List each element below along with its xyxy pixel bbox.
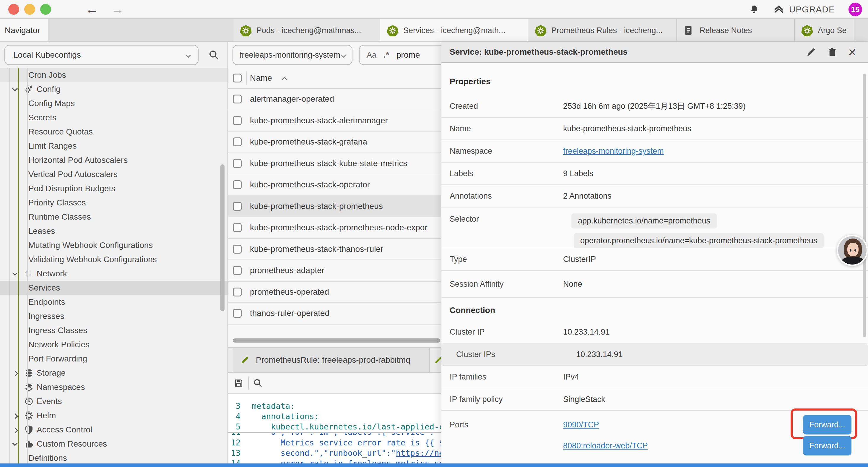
sidebar-item[interactable]: ↑↓ Pod Disruption Budgets <box>0 181 227 196</box>
drawer-scrollbar[interactable] <box>863 74 866 337</box>
close-window-button[interactable] <box>8 4 19 15</box>
services-table: alertmanager-operated kube-prometheus-st… <box>228 89 456 324</box>
row-checkbox[interactable] <box>233 288 242 296</box>
app-tab[interactable]: Argo Se <box>795 19 855 42</box>
row-checkbox[interactable] <box>233 138 242 146</box>
app-tab[interactable]: Services - icecheng@math... × <box>380 19 528 42</box>
tab-label: Release Notes <box>700 26 787 35</box>
sidebar-search-icon[interactable] <box>206 47 222 63</box>
minimize-window-button[interactable] <box>24 4 35 15</box>
yaml-editor[interactable]: 3 metadata: 4 annotations: 5 kubectl.kub <box>228 394 456 463</box>
row-checkbox[interactable] <box>233 245 242 254</box>
property-row: Annotations 2 Annotations <box>441 185 868 207</box>
sidebar-item[interactable]: ↑↓ Endpoints <box>0 295 227 309</box>
sidebar-item[interactable]: ↑↓ Horizontal Pod Autoscalers <box>0 153 227 167</box>
app-tab[interactable]: Pods - icecheng@mathmas... <box>234 19 380 42</box>
bell-icon[interactable] <box>749 4 760 15</box>
sidebar-item[interactable]: ↑↓ Events <box>0 394 227 408</box>
delete-trash-icon[interactable] <box>828 47 837 57</box>
sidebar-item[interactable]: ↑↓ Storage <box>0 366 227 380</box>
property-row: Cluster IPs 10.233.14.91 <box>441 344 868 366</box>
table-row[interactable]: kube-prometheus-stack-grafana <box>228 132 456 153</box>
port-link[interactable]: 8080:reloader-web/TCP <box>563 441 648 450</box>
table-row[interactable]: prometheus-adapter <box>228 260 456 282</box>
sidebar-item[interactable]: ↑↓ Custom Resources <box>0 437 227 451</box>
back-arrow-icon[interactable]: ← <box>86 2 99 17</box>
sidebar-item[interactable]: ↑↓ Network Policies <box>0 338 227 352</box>
table-row[interactable]: kube-prometheus-stack-alertmanager <box>228 110 456 132</box>
expand-chevron-icon[interactable] <box>13 413 18 418</box>
row-checkbox[interactable] <box>233 309 242 318</box>
sidebar-item[interactable]: ↑↓ Priority Classes <box>0 196 227 210</box>
row-checkbox[interactable] <box>233 95 242 104</box>
row-checkbox[interactable] <box>233 202 242 211</box>
match-case-toggle[interactable]: Aa <box>367 51 376 60</box>
expand-chevron-icon[interactable] <box>12 270 18 275</box>
editor-search-icon[interactable] <box>253 378 263 388</box>
sidebar-item[interactable]: ↑↓ Limit Ranges <box>0 139 227 153</box>
table-row[interactable]: alertmanager-operated <box>228 89 456 110</box>
sidebar-item[interactable]: ↑↓ Config <box>0 82 227 96</box>
table-row[interactable]: kube-prometheus-stack-operator <box>228 174 456 196</box>
sidebar-item[interactable]: ↑↓ Namespaces <box>0 380 227 394</box>
sidebar-item[interactable]: ↑↓ Helm <box>0 408 227 423</box>
sort-ascending-icon[interactable] <box>282 77 287 82</box>
expand-chevron-icon[interactable] <box>13 371 18 376</box>
expand-chevron-icon[interactable] <box>13 428 18 433</box>
editor-tab[interactable]: PrometheusRule: freeleaps-prod-rabbitmq <box>233 348 430 372</box>
close-drawer-icon[interactable]: × <box>848 45 856 59</box>
forward-button[interactable]: Forward... <box>803 436 851 456</box>
port-link[interactable]: 9090/TCP <box>563 420 599 430</box>
table-row[interactable]: kube-prometheus-stack-prometheus-node-ex… <box>228 217 456 239</box>
table-row[interactable]: thanos-ruler-operated <box>228 303 456 324</box>
save-icon[interactable] <box>234 378 243 388</box>
gear-icon <box>24 85 34 94</box>
sidebar-item[interactable]: ↑↓ Vertical Pod Autoscalers <box>0 167 227 181</box>
sidebar-item[interactable]: ↑↓ Secrets <box>0 111 227 125</box>
select-all-checkbox[interactable] <box>233 74 242 83</box>
upgrade-label: UPGRADE <box>789 4 835 14</box>
horizontal-scrollbar[interactable] <box>233 339 440 343</box>
navigator-panel-tab[interactable]: Navigator <box>0 19 49 42</box>
notification-badge[interactable]: 15 <box>848 3 862 16</box>
name-column-header[interactable]: Name <box>250 73 272 83</box>
app-tab[interactable]: Release Notes <box>677 19 795 42</box>
sidebar-item[interactable]: ↑↓ Validating Webhook Configurations <box>0 253 227 267</box>
sidebar-item[interactable]: ↑↓ Access Control <box>0 423 227 437</box>
row-checkbox[interactable] <box>233 116 242 125</box>
sidebar-item[interactable]: ↑↓ Config Maps <box>0 96 227 111</box>
sidebar-item[interactable]: ↑↓ Services <box>0 281 227 295</box>
zoom-window-button[interactable] <box>40 4 51 15</box>
table-row[interactable]: kube-prometheus-stack-kube-state-metrics <box>228 153 456 175</box>
sidebar-item[interactable]: ↑↓ Runtime Classes <box>0 210 227 224</box>
sidebar-scrollbar[interactable] <box>220 164 224 311</box>
expand-chevron-icon[interactable] <box>12 86 18 91</box>
row-checkbox[interactable] <box>233 223 242 232</box>
kubeconfig-selector[interactable]: Local Kubeconfigs <box>4 45 198 65</box>
namespace-selector[interactable]: freeleaps-monitoring-system <box>232 45 352 65</box>
sidebar-item[interactable]: ↑↓ Ingresses <box>0 309 227 323</box>
regex-toggle[interactable]: .* <box>383 51 390 60</box>
sidebar-item[interactable]: ↑↓ Mutating Webhook Configurations <box>0 238 227 253</box>
sidebar-item[interactable]: ↑↓ Resource Quotas <box>0 125 227 139</box>
upgrade-button[interactable]: UPGRADE <box>773 4 835 14</box>
table-row[interactable]: kube-prometheus-stack-thanos-ruler <box>228 239 456 260</box>
avatar[interactable] <box>837 235 868 266</box>
sidebar-item[interactable]: ↑↓ Cron Jobs <box>0 68 227 82</box>
app-tab[interactable]: Prometheus Rules - icecheng... <box>528 19 677 42</box>
search-input[interactable] <box>397 50 441 60</box>
row-checkbox[interactable] <box>233 180 242 189</box>
row-checkbox[interactable] <box>233 159 242 168</box>
sidebar-item[interactable]: ↑↓ Ingress Classes <box>0 323 227 338</box>
expand-chevron-icon[interactable] <box>12 440 18 446</box>
sidebar-item[interactable]: ↑↓ Definitions <box>0 451 227 463</box>
table-row[interactable]: kube-prometheus-stack-prometheus <box>228 196 456 217</box>
edit-pencil-icon[interactable] <box>806 47 816 57</box>
table-row[interactable]: prometheus-operated <box>228 282 456 303</box>
tab-label: Prometheus Rules - icecheng... <box>551 26 669 35</box>
row-checkbox[interactable] <box>233 266 242 275</box>
sidebar-item[interactable]: ↑↓ Port Forwarding <box>0 352 227 366</box>
forward-button[interactable]: Forward... <box>803 415 851 435</box>
sidebar-item[interactable]: ↑↓ Network <box>0 267 227 281</box>
sidebar-item[interactable]: ↑↓ Leases <box>0 224 227 238</box>
